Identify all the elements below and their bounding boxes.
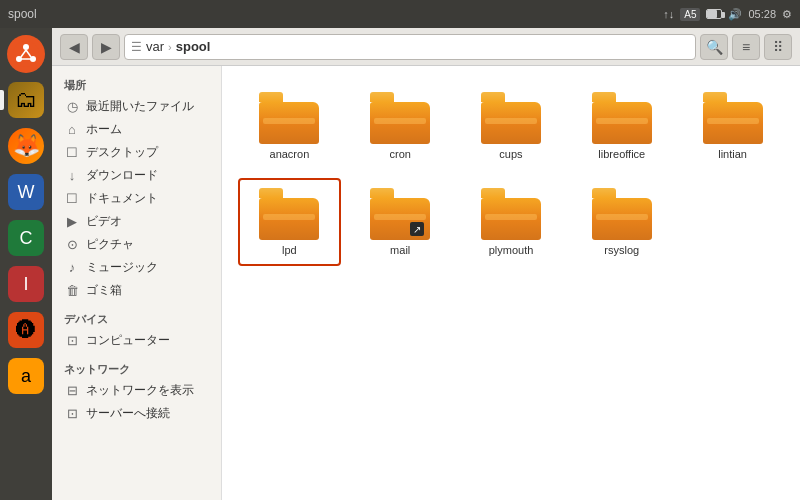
folder-icon-lintian	[703, 92, 763, 144]
file-item-mail[interactable]: mail	[349, 178, 452, 266]
panel-item-browse-network[interactable]: ⊟ ネットワークを表示	[52, 379, 221, 402]
panel-label-trash: ゴミ箱	[86, 282, 122, 299]
panel-label-pictures: ピクチャ	[86, 236, 134, 253]
trash-icon: 🗑	[64, 283, 80, 298]
panel-label-browse-network: ネットワークを表示	[86, 382, 194, 399]
dock: 🗂 🦊 W C I 🅐 a	[0, 28, 52, 500]
computer-icon: ⊡	[64, 333, 80, 348]
location-icon: ☰	[131, 40, 142, 54]
dock-item-amazon[interactable]: a	[4, 354, 48, 398]
file-manager: ◀ ▶ ☰ var › spool 🔍 ≡ ⠿ 場所 ◷ 最近開いたファイル	[52, 28, 800, 500]
file-item-libreoffice[interactable]: libreoffice	[570, 82, 673, 170]
title-bar: spool ↑↓ A5 🔊 05:28 ⚙	[0, 0, 800, 28]
file-name-libreoffice: libreoffice	[598, 148, 645, 160]
window-title: spool	[8, 7, 37, 21]
file-item-cron[interactable]: cron	[349, 82, 452, 170]
panel-item-recent[interactable]: ◷ 最近開いたファイル	[52, 95, 221, 118]
dock-item-calc[interactable]: C	[4, 216, 48, 260]
folder-icon-cups	[481, 92, 541, 144]
documents-icon: ☐	[64, 191, 80, 206]
pictures-icon: ⊙	[64, 237, 80, 252]
file-name-mail: mail	[390, 244, 410, 256]
volume-icon: 🔊	[728, 8, 742, 21]
section-title-devices: デバイス	[52, 308, 221, 329]
panel-label-downloads: ダウンロード	[86, 167, 158, 184]
panel-item-desktop[interactable]: ☐ デスクトップ	[52, 141, 221, 164]
panel-label-recent: 最近開いたファイル	[86, 98, 194, 115]
panel-item-trash[interactable]: 🗑 ゴミ箱	[52, 279, 221, 302]
dock-item-software[interactable]: 🅐	[4, 308, 48, 352]
recent-icon: ◷	[64, 99, 80, 114]
settings-icon[interactable]: ⚙	[782, 8, 792, 21]
search-button[interactable]: 🔍	[700, 34, 728, 60]
dock-item-impress[interactable]: I	[4, 262, 48, 306]
battery-indicator	[706, 9, 722, 19]
svg-point-1	[23, 44, 29, 50]
calc-icon: C	[8, 220, 44, 256]
folder-icon-lpd	[259, 188, 319, 240]
location-bar[interactable]: ☰ var › spool	[124, 34, 696, 60]
back-button[interactable]: ◀	[60, 34, 88, 60]
left-panel: 場所 ◷ 最近開いたファイル ⌂ ホーム ☐ デスクトップ ↓ ダウンロード	[52, 66, 222, 500]
folder-icon-mail	[370, 188, 430, 240]
path-var[interactable]: var	[146, 39, 164, 54]
dock-item-ubuntu[interactable]	[4, 32, 48, 76]
panel-item-computer[interactable]: ⊡ コンピューター	[52, 329, 221, 352]
file-item-plymouth[interactable]: plymouth	[460, 178, 563, 266]
section-title-network: ネットワーク	[52, 358, 221, 379]
panel-label-documents: ドキュメント	[86, 190, 158, 207]
system-tray: ↑↓ A5 🔊 05:28 ⚙	[663, 8, 792, 21]
dock-item-firefox[interactable]: 🦊	[4, 124, 48, 168]
firefox-icon: 🦊	[8, 128, 44, 164]
file-item-lintian[interactable]: lintian	[681, 82, 784, 170]
panel-label-computer: コンピューター	[86, 332, 170, 349]
forward-button[interactable]: ▶	[92, 34, 120, 60]
path-separator: ›	[168, 41, 172, 53]
desktop-icon: ☐	[64, 145, 80, 160]
sort-icon: ↑↓	[663, 8, 674, 20]
file-grid: anacroncroncupslibreofficelintianlpdmail…	[222, 66, 800, 500]
file-item-anacron[interactable]: anacron	[238, 82, 341, 170]
panel-item-videos[interactable]: ▶ ビデオ	[52, 210, 221, 233]
path-spool[interactable]: spool	[176, 39, 211, 54]
section-title-places: 場所	[52, 74, 221, 95]
keyboard-icon: A5	[680, 8, 700, 21]
downloads-icon: ↓	[64, 168, 80, 183]
dock-item-files[interactable]: 🗂	[4, 78, 48, 122]
menu-button[interactable]: ≡	[732, 34, 760, 60]
file-item-rsyslog[interactable]: rsyslog	[570, 178, 673, 266]
folder-icon-rsyslog	[592, 188, 652, 240]
music-icon: ♪	[64, 260, 80, 275]
file-item-cups[interactable]: cups	[460, 82, 563, 170]
dock-item-writer[interactable]: W	[4, 170, 48, 214]
panel-item-pictures[interactable]: ⊙ ピクチャ	[52, 233, 221, 256]
file-name-lintian: lintian	[718, 148, 747, 160]
panel-item-connect-server[interactable]: ⊡ サーバーへ接続	[52, 402, 221, 425]
file-name-cron: cron	[389, 148, 410, 160]
panel-label-home: ホーム	[86, 121, 122, 138]
files-icon: 🗂	[8, 82, 44, 118]
panel-item-home[interactable]: ⌂ ホーム	[52, 118, 221, 141]
main-container: 🗂 🦊 W C I 🅐 a ◀ ▶ ☰ var ›	[0, 28, 800, 500]
panel-item-downloads[interactable]: ↓ ダウンロード	[52, 164, 221, 187]
folder-icon-plymouth	[481, 188, 541, 240]
amazon-icon: a	[8, 358, 44, 394]
file-name-plymouth: plymouth	[489, 244, 534, 256]
panel-item-music[interactable]: ♪ ミュージック	[52, 256, 221, 279]
videos-icon: ▶	[64, 214, 80, 229]
panel-label-desktop: デスクトップ	[86, 144, 158, 161]
file-item-lpd[interactable]: lpd	[238, 178, 341, 266]
view-toggle-button[interactable]: ⠿	[764, 34, 792, 60]
symlink-arrow	[410, 222, 424, 236]
ubuntu-logo-icon	[7, 35, 45, 73]
file-name-lpd: lpd	[282, 244, 297, 256]
folder-icon-anacron	[259, 92, 319, 144]
content-area: 場所 ◷ 最近開いたファイル ⌂ ホーム ☐ デスクトップ ↓ ダウンロード	[52, 66, 800, 500]
file-name-anacron: anacron	[270, 148, 310, 160]
network-icon: ⊟	[64, 383, 80, 398]
panel-label-videos: ビデオ	[86, 213, 122, 230]
server-icon: ⊡	[64, 406, 80, 421]
folder-icon-libreoffice	[592, 92, 652, 144]
panel-item-documents[interactable]: ☐ ドキュメント	[52, 187, 221, 210]
impress-icon: I	[8, 266, 44, 302]
